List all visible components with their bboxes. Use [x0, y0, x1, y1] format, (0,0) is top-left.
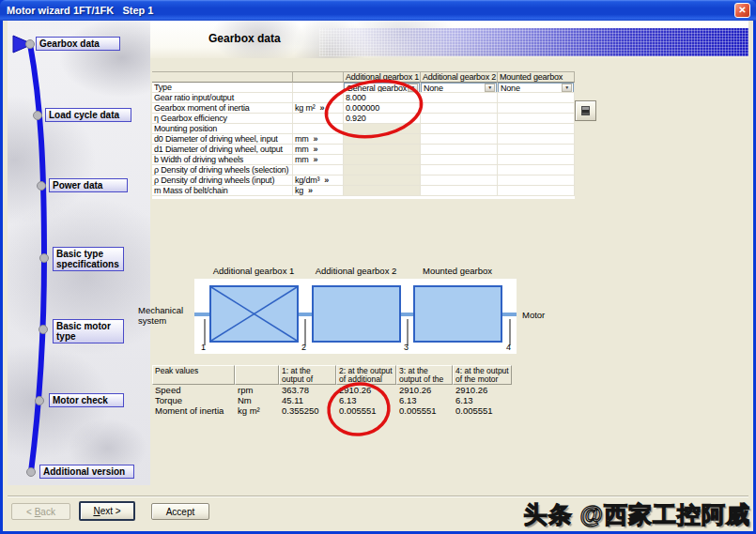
tick-number: 4	[506, 343, 511, 352]
tick-mark-4	[509, 319, 511, 345]
next-button[interactable]: Next >	[79, 501, 135, 521]
gearbox-unit-cell: kg m²»	[293, 103, 344, 114]
gearbox-value-cell-additional-gearbox-1	[344, 175, 421, 186]
unit-select-arrow-icon[interactable]: »	[314, 134, 318, 144]
gearbox-unit-cell	[293, 165, 344, 175]
gearbox-value-cell-additional-gearbox-1	[344, 165, 421, 175]
gear-train-diagram: 1 2 3 4	[194, 279, 517, 354]
unit-text: mm	[295, 155, 309, 164]
calculator-icon	[581, 106, 590, 115]
gearbox-unit-cell: kg»	[293, 186, 344, 196]
accept-button[interactable]: Accept	[151, 503, 209, 520]
peak-values-table: Peak values1: at the output of additiona…	[152, 365, 512, 416]
unit-text: kg	[295, 186, 303, 195]
gearbox-value-cell-additional-gearbox-1[interactable]: 8.000	[344, 93, 421, 103]
gearbox-row-label: Gearbox moment of inertia	[152, 103, 293, 114]
unit-select-arrow-icon[interactable]: »	[308, 186, 313, 195]
sidebar-step-basic-motor-type[interactable]: Basic motor type	[53, 319, 124, 343]
gearbox-value-cell-mounted-gearbox	[498, 186, 575, 196]
unit-text: kg/dm³	[295, 175, 319, 185]
gearbox-col-header: Mounted gearbox	[498, 71, 575, 83]
calculator-button[interactable]	[575, 100, 596, 121]
gearbox-value-cell-additional-gearbox-2	[421, 114, 498, 124]
diagram-label-additional-gearbox-1: Additional gearbox 1	[197, 266, 310, 276]
chevron-down-icon[interactable]: ▼	[408, 84, 418, 92]
peak-col-header	[235, 365, 279, 385]
peak-value-cell: 0.005551	[453, 405, 512, 416]
gearbox-col-header: Additional gearbox 1	[344, 71, 421, 83]
peak-row-label: Speed	[152, 385, 235, 395]
gearbox-row-label: ρ Density of driving wheels (selection)	[152, 165, 293, 175]
mounted-gearbox-type-combo[interactable]: None▼	[498, 83, 574, 93]
unit-select-arrow-icon[interactable]: »	[314, 155, 318, 164]
peak-unit-cell: rpm	[235, 385, 279, 395]
additional-gearbox-2-type-combo[interactable]: None▼	[421, 83, 497, 93]
motor-wizard-window: Motor wizard 1FT/1FK Step 1 ✕ Gearbox da…	[0, 0, 756, 534]
sidebar-step-power-data[interactable]: Power data	[49, 178, 128, 192]
gearbox-value-cell-additional-gearbox-1	[344, 155, 421, 165]
gearbox-row-label: η Gearbox efficiency	[152, 114, 293, 124]
peak-unit-cell: kg m²	[235, 405, 279, 416]
gearbox-value-cell-additional-gearbox-1[interactable]: General gearbox▼	[344, 83, 421, 93]
unit-select-arrow-icon[interactable]: »	[324, 175, 329, 185]
close-icon[interactable]: ✕	[734, 3, 750, 18]
diagram-label-additional-gearbox-2: Additional gearbox 2	[300, 266, 412, 276]
gearbox-value-cell-additional-gearbox-2	[421, 103, 498, 114]
back-button: < Back	[11, 503, 70, 520]
peak-value-cell: 2910.26	[396, 385, 453, 395]
tick-number: 3	[404, 343, 409, 352]
unit-text: kg m²	[295, 103, 316, 113]
gearbox-row-label: Type	[152, 83, 293, 93]
unit-select-arrow-icon[interactable]: »	[314, 145, 318, 154]
peak-col-header: 3: at the output of the mounted	[396, 365, 453, 385]
gearbox-table: Additional gearbox 1Additional gearbox 2…	[152, 71, 575, 199]
gearbox-value-cell-additional-gearbox-1	[344, 134, 421, 145]
chevron-down-icon[interactable]: ▼	[562, 84, 572, 92]
gearbox-unit-cell: kg/dm³»	[293, 175, 344, 186]
sidebar-step-additional-version[interactable]: Additional version	[39, 465, 134, 479]
peak-row-label: Torque	[152, 395, 235, 405]
sidebar-step-load-cycle-data[interactable]: Load cycle data	[45, 108, 131, 122]
peak-value-cell: 0.355250	[279, 405, 336, 416]
unit-select-arrow-icon[interactable]: »	[320, 103, 325, 113]
gearbox-value-cell-mounted-gearbox	[498, 93, 575, 103]
peak-col-header: 4: at the output of the motor	[453, 365, 512, 385]
peak-row-label: Moment of inertia	[152, 405, 235, 416]
peak-unit-cell: Nm	[235, 395, 279, 405]
sidebar-step-gearbox-data[interactable]: Gearbox data	[36, 37, 120, 51]
gearbox-value-cell-mounted-gearbox[interactable]: None▼	[498, 83, 575, 93]
gearbox-value-cell-additional-gearbox-1	[344, 186, 421, 196]
additional-gearbox-1-type-combo[interactable]: General gearbox▼	[344, 83, 420, 93]
gearbox-unit-cell	[293, 93, 344, 103]
gearbox-value-cell-additional-gearbox-1[interactable]: 0.920	[344, 114, 421, 124]
chevron-down-icon[interactable]: ▼	[485, 84, 495, 92]
gearbox-value-cell-additional-gearbox-2	[421, 165, 498, 175]
gearbox-value-cell-additional-gearbox-2	[421, 186, 498, 196]
gearbox-value-cell-additional-gearbox-2[interactable]: None▼	[421, 83, 498, 93]
gearbox-col-header	[152, 71, 293, 83]
unit-text: mm	[295, 145, 309, 154]
peak-value-cell: 6.13	[453, 395, 512, 405]
gearbox-unit-cell	[293, 83, 344, 93]
peak-value-cell: 45.11	[279, 395, 336, 405]
gearbox-row-label: Gear ratio input/output	[152, 93, 293, 103]
gearbox-row-label: d1 Diameter of driving wheel, output	[152, 145, 293, 155]
gearbox-value-cell-additional-gearbox-1[interactable]: 0.000000	[344, 103, 421, 114]
peak-col-header: 1: at the output of additional	[279, 365, 336, 385]
sidebar-step-motor-check[interactable]: Motor check	[49, 393, 124, 407]
tick-number: 2	[301, 343, 306, 352]
sidebar-step-basic-type-specifications[interactable]: Basic type specifications	[53, 247, 124, 271]
gearbox-value-cell-mounted-gearbox	[498, 155, 575, 165]
gearbox-row-label: d0 Diameter of driving wheel, input	[152, 134, 293, 145]
peak-value-cell: 0.005551	[336, 405, 396, 416]
gearbox-value-cell-additional-gearbox-2	[421, 134, 498, 145]
gearbox-value-cell-additional-gearbox-1	[344, 124, 421, 134]
combo-value: General gearbox	[347, 84, 407, 93]
mounted-gearbox-box	[413, 285, 502, 343]
tick-mark-1	[204, 319, 206, 345]
gearbox-unit-cell: mm»	[293, 155, 344, 165]
gearbox-unit-cell	[293, 114, 344, 124]
wizard-step-sidebar: Gearbox dataLoad cycle dataPower dataBas…	[8, 21, 150, 485]
gearbox-value-cell-mounted-gearbox	[498, 145, 575, 155]
header-banner: Gearbox data	[150, 21, 748, 58]
